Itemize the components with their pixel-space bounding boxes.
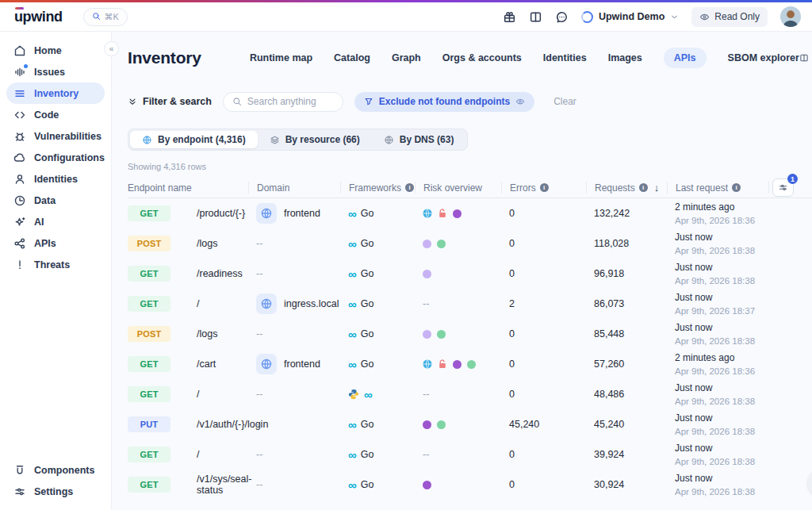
org-ring-icon: [581, 11, 593, 23]
errors-cell: 0: [509, 268, 594, 279]
requests-cell: 30,924: [594, 479, 675, 490]
table-row[interactable]: GET/v1/sys/seal-status--∞Go030,924Just n…: [128, 470, 812, 500]
sidebar-item-issues[interactable]: Issues: [6, 61, 105, 82]
book-icon: [799, 53, 809, 63]
sidebar-item-inventory[interactable]: Inventory: [6, 82, 105, 104]
sidebar-item-vulnerabilities[interactable]: Vulnerabilities: [6, 125, 105, 147]
table-row[interactable]: GET/readiness--∞Go096,918Just nowApr 9th…: [128, 259, 812, 289]
requests-value: 86,073: [594, 298, 624, 309]
endpoint-path: /cart: [197, 359, 216, 370]
errors-cell: 0: [509, 208, 594, 219]
search-icon: [232, 97, 242, 106]
column-header-domain[interactable]: Domain: [248, 182, 348, 194]
search-anything-input[interactable]: [223, 92, 343, 112]
sidebar-item-code[interactable]: Code: [6, 104, 105, 125]
tab-runtime-map[interactable]: Runtime map: [250, 52, 312, 63]
gift-icon[interactable]: [503, 10, 516, 24]
sidebar-item-identities[interactable]: Identities: [6, 168, 105, 190]
risk-overview-cell: [423, 270, 509, 278]
endpoint-path: /logs: [197, 328, 217, 339]
table-row[interactable]: GET/ingress.local∞Go--286,073Just nowApr…: [128, 289, 812, 319]
component-icon: [13, 464, 26, 477]
sidebar-item-configurations[interactable]: Configurations: [6, 147, 105, 168]
last-request-relative: 2 minutes ago: [675, 201, 768, 214]
user-avatar[interactable]: [780, 6, 801, 27]
filter-search-toggle[interactable]: Filter & search: [128, 96, 212, 107]
method-badge: PUT: [128, 416, 170, 432]
filter-icon: [364, 97, 373, 106]
framework-label: Go: [361, 449, 374, 460]
tab-graph[interactable]: Graph: [392, 52, 421, 63]
requests-cell: 39,924: [594, 449, 675, 460]
sidebar-item-components[interactable]: Components: [6, 459, 105, 481]
sidebar-collapse-button[interactable]: «: [104, 41, 119, 56]
endpoint-path: /readiness: [197, 268, 243, 279]
exclude-not-found-chip[interactable]: Exclude not found endpoints: [354, 92, 534, 112]
table-row[interactable]: GET/--∞Go--039,924Just nowApr 9th, 2026 …: [128, 439, 812, 470]
frameworks-cell: ∞: [348, 389, 423, 401]
endpoint-cell: POST/logs: [128, 326, 256, 342]
frameworks-cell: ∞Go: [348, 298, 423, 310]
table-row[interactable]: GET/product/{-}frontend∞Go0132,2422 minu…: [128, 198, 812, 228]
column-header-requests[interactable]: Requestsi↓: [586, 182, 675, 194]
last-request-relative: 2 minutes ago: [675, 351, 768, 365]
sidebar-item-apis[interactable]: APIs: [6, 232, 105, 254]
sliders-icon: [13, 485, 26, 498]
method-badge: GET: [128, 356, 170, 372]
double-chevron-down-icon: [128, 97, 137, 106]
domain-cell: --: [256, 328, 348, 339]
view-tab-by-resource[interactable]: By resource (66): [258, 131, 372, 148]
tab-sbom-explorer[interactable]: SBOM explorer: [728, 52, 799, 63]
read-only-badge: Read Only: [691, 7, 768, 27]
column-header-frameworks[interactable]: Frameworksi: [340, 182, 423, 194]
view-mode-tabs: By endpoint (4,316)By resource (66)By DN…: [128, 128, 468, 151]
sidebar-item-data[interactable]: Data: [6, 190, 105, 211]
errors-value: 0: [509, 208, 515, 219]
column-settings-button[interactable]: 1: [772, 178, 794, 197]
table-row[interactable]: POST/logs--∞Go0118,028Just nowApr 9th, 2…: [128, 228, 812, 259]
sidebar-item-settings[interactable]: Settings: [6, 481, 105, 502]
eye-icon[interactable]: [515, 97, 525, 106]
column-header-risk-overview[interactable]: Risk overview: [415, 182, 509, 194]
risk-overview-cell: [423, 209, 509, 218]
sidebar-item-threats[interactable]: Threats: [6, 254, 105, 275]
org-name: Upwind Demo: [599, 11, 665, 22]
learn-more-button[interactable]: Learn more: [799, 47, 812, 69]
domain-cell: --: [256, 419, 348, 430]
table-row[interactable]: GET/cartfrontend∞Go057,2602 minutes agoA…: [128, 349, 812, 379]
tab-catalog[interactable]: Catalog: [334, 52, 370, 63]
domain-cell: --: [256, 238, 348, 249]
endpoint-path: /: [197, 449, 199, 460]
sidebar-footer: ComponentsSettings: [0, 459, 111, 510]
tab-images[interactable]: Images: [608, 52, 642, 63]
tab-identities[interactable]: Identities: [543, 52, 587, 63]
requests-cell: 45,240: [594, 419, 675, 430]
frameworks-cell: ∞Go: [348, 449, 423, 461]
column-header-endpoint-name[interactable]: Endpoint name: [128, 182, 256, 194]
column-header-last-request[interactable]: Last requesti: [667, 182, 768, 194]
table-row[interactable]: POST/logs--∞Go085,448Just nowApr 9th, 20…: [128, 319, 812, 349]
domain-cell: --: [256, 449, 348, 460]
clear-filters-button[interactable]: Clear: [553, 96, 576, 107]
info-icon: i: [405, 183, 414, 192]
tab-apis[interactable]: APIs: [664, 48, 707, 68]
panels-icon[interactable]: [529, 10, 542, 24]
globe-outline-icon: [384, 135, 394, 145]
global-search-button[interactable]: ⌘K: [83, 8, 128, 26]
requests-cell: 57,260: [594, 359, 675, 370]
managed-risk-icon: [437, 330, 446, 339]
org-switcher[interactable]: Upwind Demo: [581, 11, 679, 23]
tab-orgs-accounts[interactable]: Orgs & accounts: [442, 52, 522, 63]
table-row[interactable]: GET/--∞--048,486Just nowApr 9th, 2026 18…: [128, 379, 812, 409]
home-icon: [13, 44, 26, 57]
view-tab-by-endpoint[interactable]: By endpoint (4,316): [130, 131, 258, 148]
view-tab-by-dns[interactable]: By DNS (63): [372, 131, 466, 148]
sidebar-item-home[interactable]: Home: [6, 40, 105, 61]
sidebar-item-ai[interactable]: AI: [6, 211, 105, 232]
last-request-cell: Just nowApr 9th, 2026 18:38: [675, 321, 768, 347]
endpoint-cell: POST/logs: [128, 236, 256, 251]
column-header-errors[interactable]: Errorsi: [501, 182, 594, 194]
table-row[interactable]: PUT/v1/auth/{-}/login--∞Go45,24045,240Ju…: [128, 409, 812, 439]
chat-icon[interactable]: [555, 10, 569, 24]
sort-desc-icon[interactable]: ↓: [654, 182, 660, 194]
